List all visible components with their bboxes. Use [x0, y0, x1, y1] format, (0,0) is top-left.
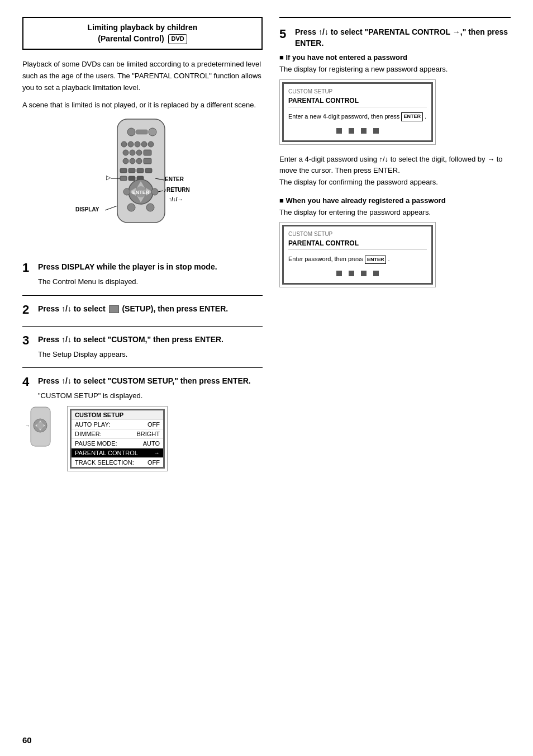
svg-rect-18: [129, 168, 135, 173]
svg-text:ENTER: ENTER: [165, 176, 184, 182]
password-dots-2: [288, 268, 427, 278]
screen1-text: Enter a new 4-digit password, then press…: [288, 112, 427, 121]
svg-point-14: [130, 158, 135, 164]
svg-point-6: [135, 141, 140, 147]
svg-point-15: [136, 158, 142, 164]
has-password-title: When you have already registered a passw…: [279, 196, 511, 205]
no-password-desc: The display for registering a new passwo…: [279, 64, 511, 75]
svg-rect-20: [145, 168, 152, 173]
svg-point-11: [136, 150, 142, 155]
step-2-number: 2: [22, 304, 34, 316]
svg-point-33: [127, 204, 135, 211]
svg-point-7: [141, 141, 147, 147]
dot-8: [373, 271, 379, 276]
right-column: 5 Press ↑/↓ to select "PARENTAL CONTROL …: [279, 17, 511, 739]
step-4: 4 Press ↑/↓ to select "CUSTOM SETUP," th…: [22, 376, 263, 479]
step-1-number: 1: [22, 262, 34, 274]
screen1-label: CUSTOM SETUP: [288, 88, 427, 94]
svg-line-38: [105, 206, 117, 210]
step-4-title: Press ↑/↓ to select "CUSTOM SETUP," then…: [38, 376, 251, 387]
svg-point-3: [149, 128, 156, 136]
custom-setup-display: CUSTOM SETUP AUTO PLAY:OFF DIMMER:BRIGHT…: [67, 406, 168, 471]
svg-text:→: →: [25, 423, 30, 428]
step-3-title: Press ↑/↓ to select "CUSTOM," then press…: [38, 334, 223, 346]
section-title: Limiting playback by children (Parental …: [30, 22, 255, 44]
svg-point-8: [148, 141, 154, 147]
display-row-pausemode: PAUSE MODE:AUTO: [72, 439, 163, 448]
svg-point-32: [151, 188, 158, 195]
page-number: 60: [22, 735, 32, 745]
no-password-screen: CUSTOM SETUP PARENTAL CONTROL Enter a ne…: [279, 79, 436, 145]
step-3: 3 Press ↑/↓ to select "CUSTOM," then pre…: [22, 334, 263, 368]
dot-6: [349, 271, 354, 276]
svg-point-1: [127, 128, 135, 136]
svg-point-34: [146, 204, 154, 211]
svg-point-13: [123, 158, 129, 164]
step-5-header: 5 Press ↑/↓ to select "PARENTAL CONTROL …: [279, 27, 511, 49]
dot-7: [361, 271, 367, 276]
svg-rect-2: [136, 130, 147, 134]
intro-paragraph1: Playback of some DVDs can be limited acc…: [22, 59, 263, 93]
enter-badge-1: ENTER: [401, 112, 423, 121]
section-header-box: Limiting playback by children (Parental …: [22, 17, 263, 50]
has-password-desc: The display for entering the password ap…: [279, 207, 511, 218]
step-1-title: Press DISPLAY while the player is in sto…: [38, 262, 217, 273]
remote-thumb-svg: →: [22, 406, 59, 451]
svg-rect-17: [120, 168, 127, 173]
page: Limiting playback by children (Parental …: [0, 0, 533, 756]
dot-4: [373, 128, 379, 134]
step-2: 2 Press ↑/↓ to select (SETUP), then pres…: [22, 304, 263, 327]
password-dots-1: [288, 126, 427, 136]
step-5-number: 5: [279, 27, 291, 41]
svg-rect-16: [144, 158, 151, 164]
has-password-screen: CUSTOM SETUP PARENTAL CONTROL Enter pass…: [279, 222, 436, 287]
step-2-title: Press ↑/↓ to select (SETUP), then press …: [38, 304, 228, 315]
svg-text:♪RETURN: ♪RETURN: [164, 187, 190, 193]
left-column: Limiting playback by children (Parental …: [22, 17, 263, 739]
display-row-track: TRACK SELECTION:OFF: [72, 458, 163, 467]
dot-2: [349, 128, 354, 134]
step-4-desc: "CUSTOM SETUP" is displayed.: [38, 390, 263, 401]
password-instructions: Enter a 4-digit password using ↑/↓ to se…: [279, 154, 511, 188]
display-header: CUSTOM SETUP: [72, 410, 163, 420]
has-password-section: When you have already registered a passw…: [279, 196, 511, 287]
step-3-desc: The Setup Display appears.: [38, 349, 263, 360]
svg-text:▷: ▷: [106, 174, 111, 181]
screen1-title: PARENTAL CONTROL: [288, 97, 427, 107]
step-1-desc: The Control Menu is displayed.: [38, 276, 263, 287]
svg-point-9: [123, 150, 129, 155]
svg-point-10: [130, 150, 135, 155]
svg-rect-19: [137, 168, 144, 173]
remote-svg: ENTER ▷ DISPLAY: [64, 116, 221, 251]
dot-1: [336, 128, 342, 134]
dot-3: [361, 128, 367, 134]
svg-point-50: [37, 422, 44, 429]
svg-text:↑/↓/→: ↑/↓/→: [169, 196, 183, 202]
enter-badge-2: ENTER: [365, 256, 387, 264]
screen2-text: Enter password, then press ENTER .: [288, 254, 427, 264]
display-row-dimmer: DIMMER:BRIGHT: [72, 429, 163, 439]
display-row-autoplay: AUTO PLAY:OFF: [72, 420, 163, 429]
step-1: 1 Press DISPLAY while the player is in s…: [22, 262, 263, 296]
svg-point-31: [123, 188, 130, 195]
no-password-title: If you have not entered a password: [279, 53, 511, 62]
svg-point-5: [128, 141, 134, 147]
step-4-number: 4: [22, 376, 34, 388]
svg-rect-21: [120, 176, 127, 181]
dot-5: [336, 271, 342, 276]
display-row-parental: PARENTAL CONTROL→: [72, 448, 163, 458]
step-5-title: Press ↑/↓ to select "PARENTAL CONTROL →,…: [295, 27, 511, 49]
svg-text:ENTER: ENTER: [132, 190, 150, 195]
dvd-badge: DVD: [168, 34, 187, 44]
screen2-title: PARENTAL CONTROL: [288, 239, 427, 250]
no-password-section: If you have not entered a password The d…: [279, 53, 511, 144]
svg-rect-22: [129, 176, 135, 181]
svg-rect-12: [144, 150, 151, 155]
step-3-number: 3: [22, 334, 34, 347]
screen2-label: CUSTOM SETUP: [288, 231, 427, 237]
svg-text:DISPLAY: DISPLAY: [75, 206, 99, 212]
svg-point-4: [121, 141, 127, 147]
remote-illustration: ENTER ▷ DISPLAY: [22, 116, 263, 251]
intro-paragraph2: A scene that is limited is not played, o…: [22, 100, 263, 111]
